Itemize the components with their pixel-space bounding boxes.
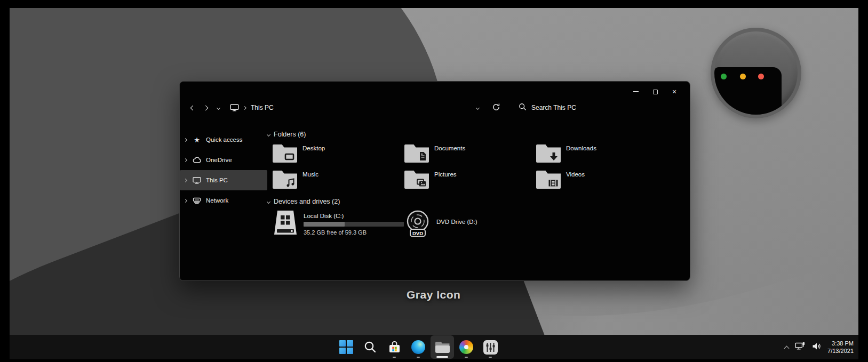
sidebar-item-onedrive[interactable]: OneDrive (180, 150, 267, 170)
folder-label: Downloads (566, 145, 596, 163)
expand-chevron-icon[interactable] (184, 178, 187, 182)
sidebar-item-label: Network (206, 197, 228, 204)
sidebar-item-network[interactable]: Network (180, 190, 267, 211)
navigation-bar: This PC Search This PC (180, 100, 690, 116)
settings-mixer-button[interactable] (479, 335, 502, 359)
collapse-chevron-icon[interactable] (267, 199, 270, 203)
folder-icon (273, 171, 297, 189)
monitor-badge-icon (284, 153, 295, 161)
section-title: Devices and drives (2) (274, 198, 340, 205)
address-dropdown-icon[interactable] (476, 106, 480, 109)
document-badge-icon (418, 151, 427, 161)
start-button[interactable] (335, 335, 358, 359)
disk-usage-fill (304, 222, 345, 227)
chevron-down-icon (216, 106, 220, 109)
volume-tray-icon[interactable] (812, 342, 821, 352)
sidebar-item-label: OneDrive (206, 157, 232, 163)
file-explorer-window: × This PC Search This PC (179, 81, 690, 281)
section-title: Folders (6) (274, 131, 306, 138)
sidebar-item-this-pc[interactable]: This PC (180, 170, 267, 190)
microsoft-store-button[interactable] (383, 335, 406, 359)
maximize-button[interactable] (647, 86, 663, 98)
folder-label: Pictures (434, 171, 457, 189)
search-icon (519, 103, 527, 112)
running-indicator (489, 357, 492, 358)
hard-drive-icon (273, 210, 298, 239)
folder-label: Videos (566, 171, 585, 189)
film-badge-icon (548, 179, 559, 187)
expand-chevron-icon[interactable] (184, 198, 187, 202)
drive-label: DVD Drive (D:) (436, 219, 477, 225)
disk-free-text: 35.2 GB free of 59.3 GB (304, 229, 404, 236)
music-note-badge-icon (285, 178, 295, 187)
sidebar-item-label: Quick access (206, 136, 242, 143)
network-tray-icon[interactable] (795, 342, 806, 352)
expand-chevron-icon[interactable] (184, 138, 187, 141)
folder-tile-desktop[interactable]: Desktop (273, 143, 404, 163)
drive-label: Local Disk (C:) (304, 213, 404, 219)
clock-date: 7/13/2021 (827, 347, 854, 355)
photo-badge-icon (416, 179, 427, 187)
photos-button[interactable] (455, 335, 478, 359)
maximize-icon (653, 90, 658, 94)
running-indicator (465, 357, 468, 358)
folders-grid: Desktop Documents (273, 143, 690, 189)
recent-locations-button[interactable] (212, 107, 225, 109)
titlebar[interactable]: × (180, 82, 690, 100)
desktop: Gray Icon × This PC (10, 8, 858, 359)
folder-icon (273, 144, 297, 163)
this-pc-icon (230, 104, 239, 111)
clock-time: 3:38 PM (827, 340, 854, 347)
search-icon (363, 340, 377, 354)
running-indicator (417, 357, 420, 358)
clock[interactable]: 3:38 PM 7/13/2021 (827, 340, 854, 355)
close-icon: × (672, 88, 676, 95)
forward-button[interactable] (199, 106, 212, 110)
file-explorer-button[interactable] (431, 335, 454, 359)
emblem-green-dot-icon (721, 74, 727, 79)
folder-label: Desktop (302, 145, 325, 163)
drive-tile-local-disk[interactable]: Local Disk (C:) 35.2 GB free of 59.3 GB (273, 210, 404, 239)
breadcrumb[interactable]: This PC (251, 104, 274, 111)
minimize-button[interactable] (628, 86, 644, 98)
wallpaper-label: Gray Icon (407, 288, 460, 301)
cloud-icon (192, 157, 202, 163)
tray-overflow-chevron-icon[interactable] (784, 345, 790, 351)
folder-label: Music (302, 171, 318, 189)
running-indicator (393, 357, 396, 358)
drives-grid: Local Disk (C:) 35.2 GB free of 59.3 GB (273, 210, 690, 239)
folder-tile-videos[interactable]: Videos (536, 170, 668, 189)
folders-section-header[interactable]: Folders (6) (267, 131, 690, 138)
network-icon (192, 197, 202, 204)
collapse-chevron-icon[interactable] (267, 132, 270, 136)
down-arrow-badge-icon (549, 152, 559, 161)
system-tray: 3:38 PM 7/13/2021 (785, 335, 854, 359)
devices-section-header[interactable]: Devices and drives (2) (267, 198, 690, 205)
taskbar: 3:38 PM 7/13/2021 (10, 335, 858, 359)
drive-tile-dvd[interactable]: DVD DVD Drive (D:) (404, 210, 536, 239)
back-button[interactable] (186, 106, 199, 110)
file-explorer-icon (435, 342, 450, 353)
windows-start-icon (339, 340, 353, 354)
sliders-icon (483, 340, 498, 355)
gray-icon-emblem (711, 28, 801, 118)
folder-tile-downloads[interactable]: Downloads (536, 143, 668, 163)
expand-chevron-icon[interactable] (184, 158, 187, 162)
folder-icon (536, 171, 561, 189)
folder-tile-pictures[interactable]: Pictures (404, 170, 536, 189)
folder-icon (404, 171, 429, 189)
folder-tile-music[interactable]: Music (273, 170, 404, 189)
sidebar-item-quick-access[interactable]: ★ Quick access (180, 130, 267, 150)
emblem-red-dot-icon (758, 74, 764, 79)
folder-icon (404, 144, 429, 163)
folder-label: Documents (434, 145, 465, 163)
close-button[interactable]: × (666, 86, 682, 98)
refresh-button[interactable] (492, 103, 500, 113)
dvd-disc-icon: DVD (404, 210, 431, 239)
emblem-yellow-dot-icon (740, 74, 746, 79)
edge-button[interactable] (407, 335, 430, 359)
folder-tile-documents[interactable]: Documents (404, 143, 536, 163)
taskbar-search-button[interactable] (359, 335, 382, 359)
search-input[interactable]: Search This PC (531, 104, 576, 111)
dvd-badge-text: DVD (412, 230, 423, 236)
